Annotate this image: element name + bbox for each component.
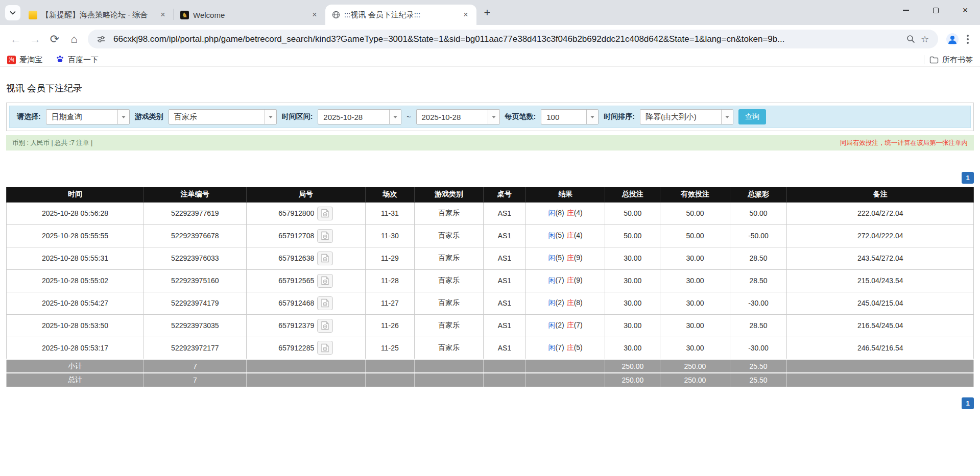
payout: 28.50	[730, 269, 787, 292]
round-number: 657912285	[278, 344, 314, 352]
close-icon: ×	[963, 6, 968, 15]
table-row: 2025-10-28 05:56:28 522923977619 6579128…	[7, 202, 974, 224]
round-number-cell: 657912285	[246, 337, 365, 359]
player-result-label: 闲	[548, 209, 556, 217]
table-number: AS1	[483, 337, 525, 359]
bookmark-label: 百度一下	[68, 55, 99, 65]
banker-result-label: 庄	[567, 231, 574, 239]
video-replay-button[interactable]	[317, 341, 333, 355]
video-replay-icon	[321, 231, 329, 240]
session-number: 11-28	[365, 269, 415, 292]
page-size-select[interactable]: 100	[541, 109, 599, 124]
video-replay-button[interactable]	[317, 207, 333, 220]
taobao-icon: 淘	[7, 56, 16, 64]
star-icon[interactable]: ☆	[918, 32, 932, 46]
bookmark-baidu[interactable]: 百度一下	[56, 55, 99, 65]
result-cell: 闲(8)庄(4)	[526, 202, 605, 224]
date-from-picker[interactable]: 2025-10-28	[318, 109, 401, 124]
result-cell: 闲(7)庄(9)	[526, 269, 605, 292]
currency-summary: 币别 : 人民币 | 总共 :7 注单 |	[12, 139, 92, 147]
address-bar[interactable]: 66cxkj98.com/ipl/portal.php/game/betreco…	[88, 30, 938, 48]
session-number: 11-31	[365, 202, 415, 224]
all-bookmarks-button[interactable]: 所有书签	[929, 55, 973, 65]
close-tab-icon[interactable]: ×	[460, 9, 471, 20]
reload-button[interactable]: ⟳	[45, 30, 64, 49]
game-category: 百家乐	[415, 202, 483, 224]
query-type-select[interactable]: 日期查询	[46, 109, 130, 124]
round-number: 657912379	[278, 321, 314, 330]
total-total-bet: 250.00	[605, 373, 660, 387]
close-tab-icon[interactable]: ×	[157, 9, 169, 20]
result-cell: 闲(2)庄(7)	[526, 314, 605, 337]
game-category-select[interactable]: 百家乐	[169, 109, 277, 124]
player-points: (7)	[556, 343, 564, 352]
player-result-label: 闲	[548, 321, 556, 329]
minimize-button[interactable]	[891, 0, 921, 20]
col-remark: 备注	[787, 187, 974, 202]
total-bet: 50.00	[605, 224, 660, 247]
close-tab-icon[interactable]: ×	[309, 9, 320, 20]
bookmarks-bar: 淘 爱淘宝 百度一下 所有书签	[0, 53, 980, 67]
tab-welcome[interactable]: ♞ Welcome ×	[174, 5, 325, 25]
subtotal-row: 小计 7 250.00 250.00 25.50	[7, 359, 974, 373]
col-total-bet: 总投注	[605, 187, 660, 202]
tab-search-button[interactable]	[5, 5, 20, 20]
browser-toolbar: ← → ⟳ ⌂ 66cxkj98.com/ipl/portal.php/game…	[0, 25, 980, 53]
result-cell: 闲(7)庄(5)	[526, 337, 605, 359]
chevron-down-icon	[721, 110, 733, 124]
remark: 245.04/215.04	[787, 292, 974, 314]
forward-button[interactable]: →	[26, 30, 45, 49]
site-settings-icon[interactable]	[94, 32, 108, 46]
table-number: AS1	[483, 247, 525, 269]
bookmark-taobao[interactable]: 淘 爱淘宝	[7, 55, 42, 65]
round-number: 657912800	[278, 209, 314, 217]
home-button[interactable]: ⌂	[64, 30, 84, 49]
game-category: 百家乐	[415, 224, 483, 247]
new-tab-button[interactable]: +	[480, 5, 495, 20]
video-replay-icon	[321, 321, 329, 330]
note-text: 同局有效投注，统一计算在该局第一张注单内	[840, 139, 968, 147]
total-bet: 30.00	[605, 314, 660, 337]
tab-bet-record[interactable]: :::视讯 会员下注纪录::: ×	[325, 5, 476, 25]
close-window-button[interactable]: ×	[950, 0, 980, 20]
payout: 28.50	[730, 314, 787, 337]
table-row: 2025-10-28 05:55:31 522923976033 6579126…	[7, 247, 974, 269]
zoom-icon[interactable]	[903, 32, 918, 46]
table-body: 2025-10-28 05:56:28 522923977619 6579128…	[7, 202, 974, 387]
video-replay-icon	[321, 276, 329, 285]
back-button[interactable]: ←	[6, 30, 26, 49]
total-bet: 30.00	[605, 269, 660, 292]
table-row: 2025-10-28 05:53:50 522923973035 6579123…	[7, 314, 974, 337]
time-range-label: 时间区间:	[282, 112, 313, 121]
game-category: 百家乐	[415, 292, 483, 314]
banker-result-label: 庄	[567, 209, 574, 217]
folder-icon	[929, 56, 939, 64]
banker-points: (4)	[574, 209, 583, 217]
maximize-button[interactable]	[921, 0, 950, 20]
video-replay-icon	[321, 209, 329, 218]
video-replay-button[interactable]	[317, 274, 333, 288]
date-to-picker[interactable]: 2025-10-28	[416, 109, 500, 124]
player-points: (5)	[556, 231, 564, 239]
profile-avatar[interactable]	[943, 30, 962, 48]
game-category: 百家乐	[415, 247, 483, 269]
video-replay-button[interactable]	[317, 252, 333, 265]
time-sort-select[interactable]: 降幂(由大到小)	[640, 109, 733, 124]
page-1-button[interactable]: 1	[962, 397, 974, 409]
player-points: (8)	[556, 209, 564, 217]
search-button[interactable]: 查询	[738, 109, 766, 124]
banker-points: (8)	[574, 298, 583, 307]
video-replay-button[interactable]	[317, 229, 333, 243]
chevron-down-icon	[10, 11, 16, 15]
page-1-button[interactable]: 1	[962, 172, 974, 184]
banker-points: (4)	[574, 231, 583, 239]
col-bet-id: 注单编号	[144, 187, 246, 202]
col-table: 桌号	[483, 187, 525, 202]
video-replay-button[interactable]	[317, 319, 333, 333]
bet-id: 522923976678	[144, 224, 246, 247]
video-replay-button[interactable]	[317, 296, 333, 310]
chevron-down-icon	[117, 110, 129, 124]
col-round: 局号	[246, 187, 365, 202]
browser-menu-button[interactable]	[962, 32, 974, 47]
tab-forum[interactable]: 【新提醒】海燕策略论坛 - 综合 ×	[22, 5, 174, 25]
